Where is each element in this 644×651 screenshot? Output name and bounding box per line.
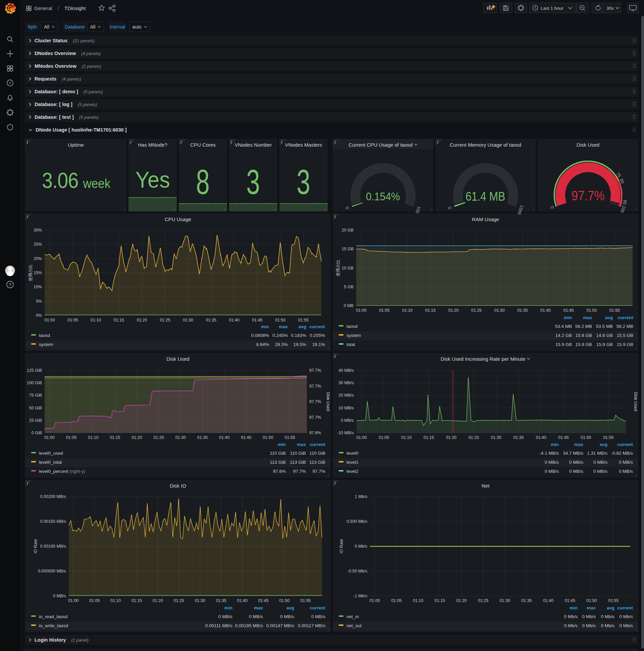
svg-text:?: ? [9,282,11,287]
svg-text:Last 1 hour: Last 1 hour [541,6,564,11]
svg-text:30s: 30s [606,6,614,11]
